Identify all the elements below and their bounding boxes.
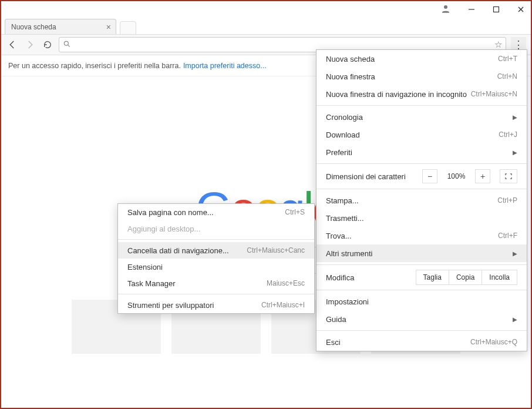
submenu-dev-tools[interactable]: Strumenti per sviluppatori Ctrl+Maiusc+I (118, 297, 314, 313)
search-icon (63, 40, 71, 50)
edit-cut-button[interactable]: Taglia (416, 270, 449, 285)
browser-tab[interactable]: Nuova scheda × (5, 19, 116, 34)
menu-shortcut: Ctrl+S (285, 208, 305, 216)
new-tab-button[interactable] (120, 21, 136, 34)
chevron-right-icon: ▶ (513, 149, 517, 156)
menu-bookmarks[interactable]: Preferiti ▶ (316, 143, 527, 161)
menu-history[interactable]: Cronologia ▶ (316, 108, 527, 126)
submenu-add-desktop[interactable]: Aggiungi al desktop... (118, 220, 314, 237)
menu-shortcut: Ctrl+F (498, 232, 517, 240)
submenu-task-manager[interactable]: Task Manager Maiusc+Esc (118, 275, 314, 291)
menu-more-tools[interactable]: Altri strumenti ▶ (316, 244, 527, 262)
edit-label: Modifica (326, 273, 416, 282)
menu-shortcut: Ctrl+N (497, 72, 517, 81)
menu-new-tab[interactable]: Nuova scheda Ctrl+T (316, 50, 527, 68)
tab-title: Nuova scheda (11, 23, 56, 31)
menu-label: Nuova finestra di navigazione in incogni… (326, 90, 467, 99)
bookmark-star-icon[interactable]: ☆ (494, 39, 502, 50)
menu-label: Stampa... (326, 196, 359, 205)
menu-label: Strumenti per sviluppatori (127, 301, 214, 310)
menu-shortcut: Ctrl+J (499, 130, 517, 139)
menu-shortcut: Ctrl+P (497, 196, 517, 204)
menu-shortcut: Ctrl+Maiusc+N (471, 90, 517, 98)
menu-label: Altri strumenti (326, 249, 372, 258)
menu-label: Trova... (326, 232, 352, 240)
menu-label: Cronologia (326, 113, 363, 122)
window-maximize-button[interactable] (492, 5, 500, 14)
menu-label: Esci (326, 338, 341, 347)
menu-label: Aggiungi al desktop... (127, 224, 200, 233)
menu-cast[interactable]: Trasmetti... (316, 209, 527, 227)
menu-downloads[interactable]: Download Ctrl+J (316, 126, 527, 143)
menu-label: Guida (326, 315, 346, 324)
menu-shortcut: Maiusc+Esc (267, 279, 305, 287)
submenu-clear-browsing-data[interactable]: Cancella dati di navigazione... Ctrl+Mai… (118, 242, 314, 259)
menu-separator (118, 294, 314, 294)
more-tools-submenu: Salva pagina con nome... Ctrl+S Aggiungi… (117, 203, 315, 314)
menu-label: Nuova finestra (326, 72, 375, 81)
window-titlebar (1, 1, 531, 18)
edit-paste-button[interactable]: Incolla (482, 270, 517, 285)
menu-label: Task Manager (127, 279, 176, 288)
edit-copy-button[interactable]: Copia (449, 270, 482, 285)
menu-help[interactable]: Guida ▶ (316, 310, 527, 328)
menu-label: Impostazioni (326, 297, 369, 306)
submenu-save-as[interactable]: Salva pagina con nome... Ctrl+S (118, 204, 314, 220)
menu-separator (316, 264, 527, 265)
menu-shortcut: Ctrl+Maiusc+Q (470, 338, 517, 346)
menu-shortcut: Ctrl+Maiusc+I (261, 301, 305, 309)
menu-label: Salva pagina con nome... (127, 208, 214, 217)
fullscreen-button[interactable] (500, 169, 517, 183)
zoom-in-button[interactable]: + (475, 169, 490, 183)
menu-shortcut: Ctrl+T (498, 55, 517, 63)
svg-line-6 (68, 45, 69, 46)
tab-strip: Nuova scheda × (1, 18, 531, 34)
menu-label: Cancella dati di navigazione... (127, 246, 229, 255)
bookmarks-prompt-text: Per un accesso rapido, inserisci i prefe… (8, 62, 181, 70)
chrome-main-menu: Nuova scheda Ctrl+T Nuova finestra Ctrl+… (316, 49, 527, 351)
reload-button[interactable] (41, 38, 54, 51)
profile-avatar-icon[interactable] (440, 4, 451, 16)
chevron-right-icon: ▶ (513, 316, 517, 323)
tab-close-icon[interactable]: × (106, 22, 111, 32)
menu-edit-row: Modifica Taglia Copia Incolla (316, 267, 527, 287)
zoom-out-button[interactable]: − (422, 169, 437, 183)
menu-label: Preferiti (326, 148, 352, 157)
menu-print[interactable]: Stampa... Ctrl+P (316, 192, 527, 209)
svg-point-0 (444, 5, 447, 9)
import-bookmarks-link[interactable]: Importa preferiti adesso... (183, 62, 267, 70)
menu-settings[interactable]: Impostazioni (316, 293, 527, 310)
submenu-extensions[interactable]: Estensioni (118, 259, 314, 275)
menu-shortcut: Ctrl+Maiusc+Canc (247, 246, 305, 254)
menu-exit[interactable]: Esci Ctrl+Maiusc+Q (316, 333, 527, 351)
menu-find[interactable]: Trova... Ctrl+F (316, 227, 527, 244)
window-minimize-button[interactable] (467, 5, 476, 14)
window-close-button[interactable] (517, 5, 525, 14)
menu-separator (118, 239, 314, 240)
menu-label: Estensioni (127, 263, 163, 271)
svg-point-5 (64, 41, 68, 45)
back-button[interactable] (6, 38, 19, 51)
menu-zoom-row: Dimensioni dei caratteri − 100% + (316, 166, 527, 186)
menu-label: Nuova scheda (326, 55, 375, 63)
menu-separator (316, 189, 527, 189)
zoom-label: Dimensioni dei caratteri (326, 172, 416, 181)
menu-separator (316, 330, 527, 331)
menu-separator (316, 105, 527, 106)
menu-incognito[interactable]: Nuova finestra di navigazione in incogni… (316, 85, 527, 103)
chevron-right-icon: ▶ (513, 250, 517, 257)
menu-label: Trasmetti... (326, 214, 364, 223)
menu-separator (316, 290, 527, 290)
menu-label: Download (326, 130, 360, 139)
menu-separator (316, 163, 527, 164)
menu-new-window[interactable]: Nuova finestra Ctrl+N (316, 68, 527, 85)
forward-button[interactable] (23, 38, 36, 51)
svg-rect-2 (494, 7, 499, 12)
zoom-value: 100% (443, 172, 469, 180)
chevron-right-icon: ▶ (513, 114, 517, 120)
